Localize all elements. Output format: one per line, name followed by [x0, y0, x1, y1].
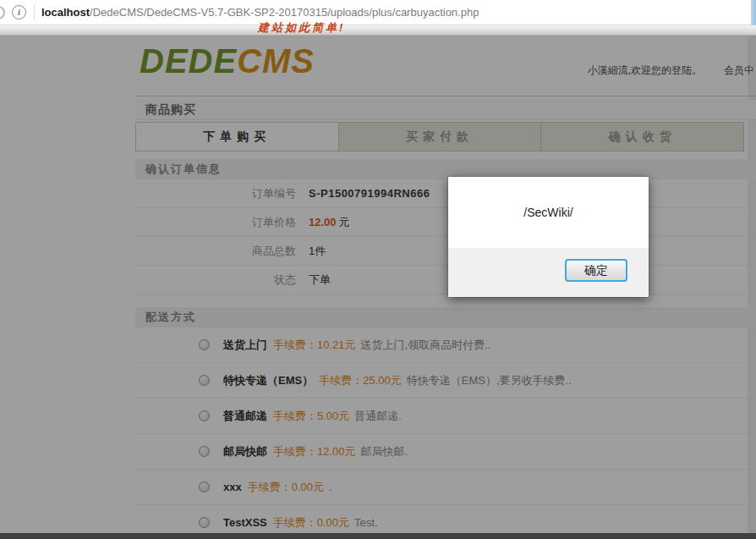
browser-chrome-strip: [0, 25, 756, 36]
reload-icon[interactable]: [0, 6, 5, 19]
alert-dialog-body: /SecWiki/: [448, 177, 649, 248]
url-text[interactable]: localhost/DedeCMS/DedeCMS-V5.7-GBK-SP2-2…: [41, 6, 479, 19]
alert-dialog: /SecWiki/ 确定: [448, 177, 649, 297]
ok-button[interactable]: 确定: [565, 259, 627, 282]
address-separator: [34, 5, 35, 20]
alert-dialog-footer: 确定: [448, 248, 649, 297]
window-frame-edge: [751, 0, 756, 25]
url-path: /DedeCMS/DedeCMS-V5.7-GBK-SP2-20170315/u…: [90, 6, 479, 19]
page-info-icon[interactable]: i: [12, 5, 26, 19]
url-host: localhost: [41, 6, 90, 19]
logo-slogan: 建站如此简单!: [258, 22, 345, 33]
alert-message: /SecWiki/: [523, 206, 572, 219]
browser-address-bar[interactable]: i localhost/DedeCMS/DedeCMS-V5.7-GBK-SP2…: [0, 0, 756, 25]
